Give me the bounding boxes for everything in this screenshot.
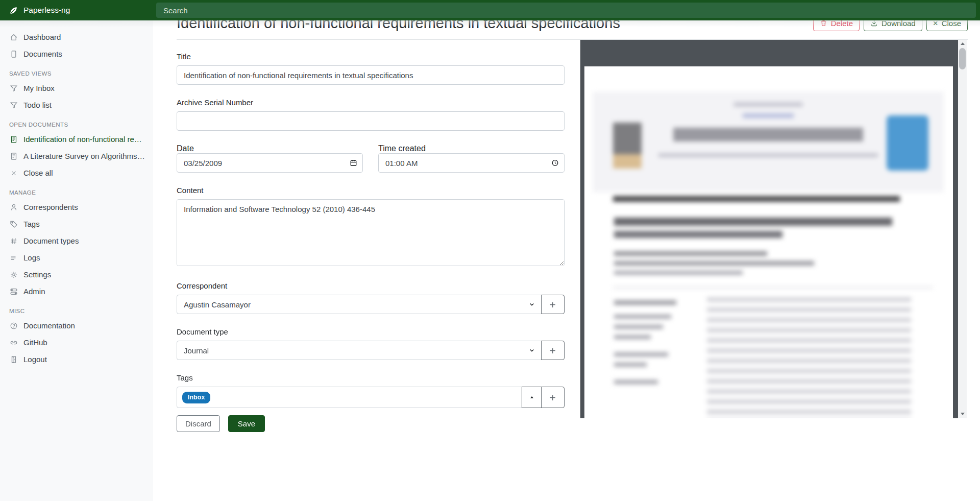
tags-dropdown-toggle[interactable] xyxy=(522,387,542,408)
app-brand[interactable]: Paperless-ng xyxy=(0,6,153,15)
filter-funnel-icon xyxy=(9,84,18,92)
calendar-icon[interactable] xyxy=(350,159,357,167)
scrollbar-down-arrow[interactable] xyxy=(958,410,967,417)
tag-badge-inbox[interactable]: Inbox xyxy=(182,392,210,403)
article-info-line xyxy=(614,325,663,329)
sidebar-item-label: Settings xyxy=(23,270,51,279)
thin-rule xyxy=(613,287,933,288)
sidebar-section-misc: MISC xyxy=(0,300,153,317)
sidebar-item-label: Dashboard xyxy=(23,33,61,41)
content-label: Content xyxy=(177,186,565,195)
file-text-icon xyxy=(9,135,18,144)
sidebar-section-open-documents: OPEN DOCUMENTS xyxy=(0,113,153,131)
sidebar-item-github[interactable]: GitHub xyxy=(0,334,153,351)
journal-header-banner xyxy=(593,92,944,192)
clock-icon[interactable] xyxy=(551,159,559,167)
add-correspondent-button[interactable]: + xyxy=(541,295,565,314)
close-icon xyxy=(9,169,18,177)
file-text-icon xyxy=(9,152,18,160)
pdf-scrollbar[interactable] xyxy=(958,40,967,418)
add-document-type-button[interactable]: + xyxy=(541,341,565,360)
sidebar-item-document-types[interactable]: Document types xyxy=(0,232,153,249)
sidebar-section-saved-views: SAVED VIEWS xyxy=(0,62,153,80)
heavy-rule xyxy=(613,196,900,202)
sidebar-item-correspondents[interactable]: Correspondents xyxy=(0,199,153,216)
correspondent-select[interactable]: Agustin Casamayor xyxy=(177,295,542,314)
banner-text-line xyxy=(734,102,803,107)
archive-serial-number-input[interactable] xyxy=(177,111,565,131)
add-tag-button[interactable]: + xyxy=(541,387,565,408)
sidebar-item-my-inbox[interactable]: My Inbox xyxy=(0,80,153,97)
scrollbar-up-arrow[interactable] xyxy=(958,40,967,47)
journal-title-bar xyxy=(673,128,863,141)
search-input[interactable] xyxy=(156,3,976,18)
save-button[interactable]: Save xyxy=(228,415,265,432)
article-info-line xyxy=(614,335,651,339)
date-input[interactable] xyxy=(177,153,363,173)
banner-text-line xyxy=(658,153,878,157)
link-icon xyxy=(9,338,18,347)
tag-icon xyxy=(9,220,18,228)
sidebar-item-documentation[interactable]: Documentation xyxy=(0,317,153,334)
sidebar-item-logout[interactable]: Logout xyxy=(0,351,153,368)
article-info-line xyxy=(614,352,668,356)
chevron-down-icon xyxy=(528,301,535,308)
gear-icon xyxy=(9,270,18,279)
person-icon xyxy=(9,203,18,211)
discard-button[interactable]: Discard xyxy=(177,415,220,432)
hash-icon xyxy=(9,236,18,245)
abstract-text-block xyxy=(707,297,911,418)
publisher-logo xyxy=(887,115,928,171)
document-type-select[interactable]: Journal xyxy=(177,341,542,360)
tags-input[interactable]: Inbox xyxy=(177,387,522,408)
banner-text-line xyxy=(743,113,794,118)
question-circle-icon xyxy=(9,321,18,330)
tags-label: Tags xyxy=(177,373,565,382)
time-created-input[interactable] xyxy=(378,153,565,173)
sidebar-item-logs[interactable]: Logs xyxy=(0,249,153,266)
article-title-line xyxy=(614,231,782,238)
title-input[interactable] xyxy=(177,65,565,85)
sidebar-item-admin[interactable]: Admin xyxy=(0,283,153,300)
sidebar-item-settings[interactable]: Settings xyxy=(0,266,153,283)
pdf-page xyxy=(584,66,953,418)
sidebar-open-doc-2[interactable]: A Literature Survey on Algorithms for Mu… xyxy=(0,148,153,164)
article-info-line xyxy=(614,363,647,367)
pdf-preview-panel xyxy=(580,40,967,418)
form-actions: Discard Save xyxy=(177,415,565,432)
content-textarea[interactable]: Information and Software Technology 52 (… xyxy=(177,199,565,266)
article-info-heading xyxy=(614,300,676,305)
date-label: Date xyxy=(177,144,194,153)
sidebar-item-dashboard[interactable]: Dashboard xyxy=(0,29,153,45)
article-title-line xyxy=(614,218,892,226)
sidebar-item-label: Logs xyxy=(23,253,40,262)
list-lines-icon xyxy=(9,253,18,262)
sidebar-item-label: Documentation xyxy=(23,321,75,330)
plus-icon: + xyxy=(550,345,556,356)
scrollbar-thumb[interactable] xyxy=(959,48,966,69)
plus-icon: + xyxy=(550,299,556,310)
sidebar-item-label: Logout xyxy=(23,355,47,364)
sidebar-item-label: Close all xyxy=(23,169,53,177)
toggles-icon xyxy=(9,287,18,296)
author-line xyxy=(614,261,814,266)
sidebar-item-label: My Inbox xyxy=(23,84,55,92)
sidebar-item-close-all[interactable]: Close all xyxy=(0,164,153,181)
sidebar-item-todo-list[interactable]: Todo list xyxy=(0,97,153,113)
sidebar-item-documents[interactable]: Documents xyxy=(0,45,153,62)
sidebar-item-label: A Literature Survey on Algorithms for Mu… xyxy=(23,152,146,160)
sidebar-item-label: Admin xyxy=(23,287,45,296)
sidebar-open-doc-1[interactable]: Identification of non-functional require… xyxy=(0,131,153,148)
main-content: Identification of non-functional require… xyxy=(153,0,980,432)
document-icon xyxy=(9,50,18,58)
sidebar-item-label: Tags xyxy=(23,220,40,228)
author-line xyxy=(614,251,767,256)
journal-logo-left-base xyxy=(613,154,642,169)
home-icon xyxy=(9,33,18,41)
sidebar-item-label: GitHub xyxy=(23,338,47,347)
sidebar: Dashboard Documents SAVED VIEWS My Inbox… xyxy=(0,20,153,501)
sidebar-item-tags[interactable]: Tags xyxy=(0,216,153,232)
document-edit-form: Title Archive Serial Number Date xyxy=(177,40,565,432)
title-label: Title xyxy=(177,52,565,61)
logout-door-icon xyxy=(9,355,18,364)
